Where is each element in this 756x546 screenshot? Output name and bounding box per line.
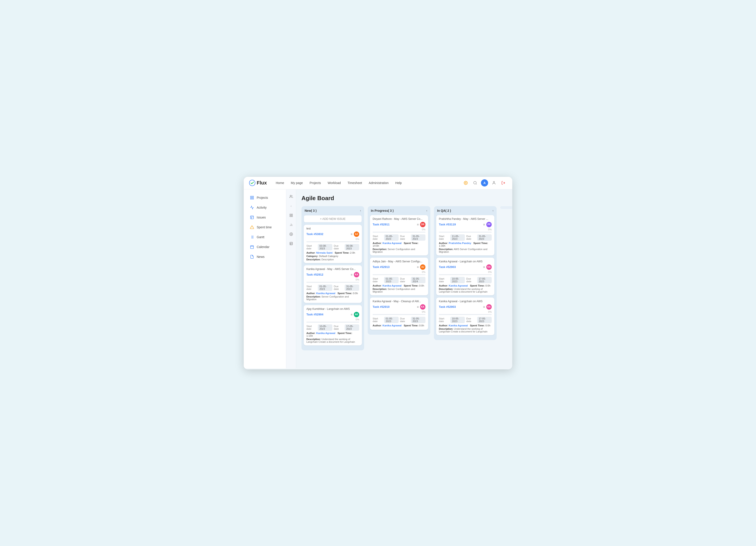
card-actions: ≡ AK [351,312,359,317]
svg-point-4 [493,181,495,183]
author-row: Author: Kanika Agrawal Spent Time: 0:0h [306,292,359,295]
logout-icon[interactable] [500,179,507,186]
column-header-in-qa: In QA( 2 ) ‹ [434,206,497,215]
panel-icon-settings[interactable] [288,231,295,238]
card-task-row: Task #52911 ≡ DR [373,222,425,227]
panel-icon-1[interactable] [288,193,295,200]
nav-help[interactable]: Help [393,180,404,186]
card-task-row: Task #52903 ≡ KA [439,304,492,310]
sidebar-item-gantt[interactable]: Gantt [246,232,284,242]
progress-pct: 0% [439,310,492,313]
panel-icon-chart[interactable] [288,221,295,228]
task-link-52912[interactable]: Task #52912 [306,273,323,276]
sidebar: Projects Activity Issues Spent time [244,189,286,368]
card-description: Description: Understand the working of L… [306,338,359,343]
user-avatar[interactable]: A [481,179,488,186]
svg-point-2 [474,181,476,184]
settings-icon[interactable] [462,179,469,186]
user-icon[interactable] [490,179,498,186]
task-link-53119[interactable]: Task #53119 [439,223,456,226]
gantt-icon [250,235,254,240]
search-icon[interactable] [472,179,479,186]
author-row: Author: Kanika Agrawal Spent Time: 14:0h [373,242,425,247]
card-menu-icon[interactable]: ≡ [351,273,352,276]
sidebar-item-news[interactable]: News [246,252,284,261]
task-link-52913[interactable]: Task #52913 [373,265,390,269]
nav-mypage[interactable]: My page [288,180,306,186]
card-actions: ≡ DR [417,222,425,227]
card-task-row: Task #52913 ≡ AJ [373,264,425,270]
card-actions: ≡ AJ [417,264,425,270]
svg-point-0 [249,180,255,186]
task-link-52903b[interactable]: Task #52903 [439,305,456,308]
card-avatar: AJ [354,231,359,237]
panel-icon-grid[interactable] [288,212,295,219]
svg-rect-27 [291,214,293,215]
sidebar-icons-panel: ‹ [286,189,296,368]
sidebar-item-activity[interactable]: Activity [246,203,284,212]
progress-pct: 0% [439,228,492,231]
svg-point-1 [465,182,466,184]
sidebar-item-issues[interactable]: Issues [246,213,284,222]
sidebar-item-calendar[interactable]: Calendar [246,242,284,252]
card-menu-icon[interactable]: ≡ [417,305,419,309]
task-card-53119: Pratishtha Pandey - May - AWS Server ...… [436,215,494,255]
card-menu-icon[interactable]: ≡ [417,223,419,226]
task-card-52903a: Kanika Agrawal - Langchain on AWS Task #… [436,258,494,295]
card-menu-icon[interactable]: ≡ [351,232,352,236]
task-link-53832[interactable]: Task #53832 [306,232,323,236]
author-row: Author: Kanika Agrawal Spent Time: 0:0h [439,324,492,327]
chevron-new[interactable]: ‹ [360,209,361,212]
svg-rect-34 [290,242,293,245]
svg-rect-26 [290,214,291,215]
progress-pct: 0% [373,228,425,231]
progress-bar-wrapper [373,232,425,233]
panel-icon-table[interactable] [288,240,295,247]
progress-bar-wrapper [306,241,359,242]
card-avatar: DR [420,222,425,227]
due-date: 31-05-2023 [345,285,359,291]
card-menu-icon[interactable]: ≡ [417,265,419,269]
panel-icon-collapse[interactable]: ‹ [288,202,295,210]
card-actions: ≡ KA [483,304,492,310]
date-row: Start date 01-05-2023 Due date 31-05-202… [373,234,425,241]
svg-rect-28 [290,216,291,217]
category-row: Category: Default Category [306,255,359,257]
card-menu-icon[interactable]: ≡ [483,223,485,226]
due-date: 06-08-2023 [345,244,359,250]
desc-label: Description: [306,258,321,261]
card-menu-icon[interactable]: ≡ [483,265,485,269]
chevron-in-qa[interactable]: ‹ [493,209,493,212]
task-link-52903a[interactable]: Task #52903 [439,265,456,269]
author-value[interactable]: Nirmala Saini [316,251,333,254]
progress-bar-wrapper [373,274,425,275]
nav-projects[interactable]: Projects [307,180,324,186]
task-link-52904[interactable]: Task #52904 [306,313,323,316]
nav-timesheet[interactable]: Timesheet [345,180,365,186]
task-link-52910[interactable]: Task #52910 [373,305,390,308]
nav-workload[interactable]: Workload [325,180,344,186]
card-avatar: KA [354,272,359,277]
sidebar-item-projects[interactable]: Projects [246,193,284,202]
chevron-in-progress[interactable]: ‹ [426,209,427,212]
svg-point-25 [290,195,291,196]
author-row: Author: Kanika Agrawal Spent Time: 1:15h [306,332,359,337]
nav-administration[interactable]: Administration [366,180,391,186]
progress-pct: 0% [306,238,359,240]
nav-home[interactable]: Home [273,180,287,186]
projects-icon [250,195,254,200]
card-menu-icon[interactable]: ≡ [483,305,485,309]
news-icon [250,254,254,259]
start-date: 03-08-2023 [318,244,332,250]
progress-pct: 0% [439,271,492,273]
agile-board: New( 3 ) ‹ + ADD NEW ISSUE test Task #53… [301,206,507,350]
task-link-52911[interactable]: Task #52911 [373,223,390,226]
card-avatar: KA [420,304,425,310]
card-menu-icon[interactable]: ≡ [351,313,352,316]
add-issue-button[interactable]: + ADD NEW ISSUE [304,215,362,223]
start-label: Start date [306,285,316,290]
svg-rect-7 [252,196,254,197]
sidebar-item-spent-time[interactable]: Spent time [246,223,284,232]
card-description: Description: AWS Server Configuration an… [439,248,492,253]
issues-icon [250,215,254,220]
